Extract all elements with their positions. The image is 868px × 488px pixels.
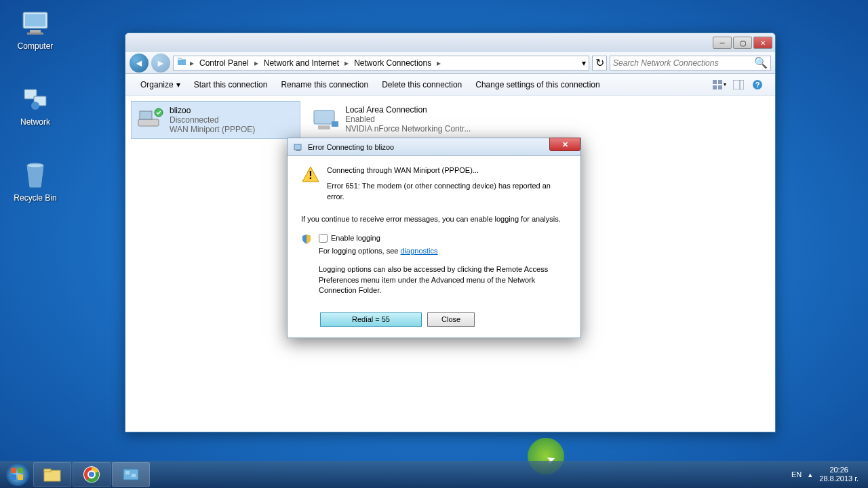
svg-rect-10 — [718, 80, 722, 84]
folder-icon — [176, 56, 187, 69]
svg-rect-13 — [733, 80, 744, 89]
start-connection-button[interactable]: Start this connection — [187, 77, 275, 92]
recycle-bin-icon — [19, 159, 52, 191]
address-bar[interactable]: ▸ Control Panel ▸ Network and Internet ▸… — [173, 56, 589, 70]
logging-options-text: For logging options, see — [319, 247, 400, 255]
connection-status: Enabled — [345, 115, 471, 124]
dialog-titlebar[interactable]: Error Connecting to blizoo ✕ — [288, 138, 580, 156]
svg-rect-37 — [125, 471, 130, 474]
connection-name: Local Area Connection — [345, 105, 471, 115]
svg-rect-28 — [18, 468, 23, 473]
svg-text:!: ! — [309, 169, 312, 181]
svg-point-35 — [88, 471, 95, 478]
taskbar-chrome[interactable] — [73, 462, 111, 487]
show-hidden-icon[interactable]: ▴ — [808, 470, 812, 479]
svg-rect-1 — [25, 14, 45, 26]
desktop-icon-computer[interactable]: Computer — [9, 7, 61, 51]
svg-rect-9 — [713, 80, 717, 84]
breadcrumb-item[interactable]: Network Connections — [351, 57, 434, 69]
svg-rect-22 — [332, 121, 338, 127]
help-button[interactable]: ? — [749, 77, 766, 93]
connection-item-blizoo[interactable]: blizoo Disconnected WAN Miniport (PPPOE) — [131, 101, 300, 139]
chevron-right-icon: ▸ — [254, 58, 258, 68]
breadcrumb-item[interactable]: Network and Internet — [261, 57, 342, 69]
svg-rect-38 — [132, 474, 136, 477]
shield-icon — [301, 234, 312, 245]
svg-rect-32 — [44, 469, 51, 472]
delete-connection-button[interactable]: Delete this connection — [375, 77, 469, 92]
svg-rect-24 — [296, 150, 300, 151]
diagnostics-link[interactable]: diagnostics — [400, 247, 437, 255]
language-indicator[interactable]: EN — [791, 470, 802, 479]
breadcrumb-item[interactable]: Control Panel — [197, 57, 252, 69]
maximize-button[interactable]: ▢ — [733, 37, 752, 49]
chevron-down-icon: ▾ — [176, 80, 180, 89]
forward-button[interactable]: ► — [151, 54, 170, 73]
preview-pane-button[interactable] — [730, 77, 747, 93]
refresh-button[interactable]: ↻ — [592, 56, 607, 70]
toolbar: Organize ▾ Start this connection Rename … — [125, 74, 775, 96]
svg-rect-11 — [713, 85, 717, 89]
svg-rect-29 — [11, 474, 16, 480]
error-dialog: Error Connecting to blizoo ✕ ! Connectin… — [287, 138, 581, 338]
network-small-icon — [293, 142, 304, 152]
dialog-close-button[interactable]: ✕ — [549, 138, 580, 151]
close-button[interactable]: ✕ — [753, 37, 772, 49]
taskbar: EN ▴ 20:26 28.8.2013 г. — [0, 461, 868, 488]
connection-status: Disconnected — [170, 115, 255, 125]
svg-point-6 — [31, 102, 39, 110]
connection-device: WAN Miniport (PPPOE) — [170, 125, 255, 134]
minimize-button[interactable]: ─ — [713, 37, 732, 49]
chevron-right-icon: ▸ — [190, 58, 194, 68]
connection-item-lan[interactable]: Local Area Connection Enabled NVIDIA nFo… — [307, 101, 477, 139]
desktop-icon-recyclebin[interactable]: Recycle Bin — [9, 159, 61, 203]
redial-button[interactable]: Redial = 55 — [320, 312, 422, 327]
svg-rect-12 — [718, 85, 722, 89]
back-button[interactable]: ◄ — [130, 54, 149, 73]
continue-message: If you continue to receive error message… — [301, 214, 567, 224]
logging-note: Logging options can also be accessed by … — [319, 264, 567, 296]
network-icon — [19, 83, 52, 115]
search-box[interactable]: 🔍 — [610, 56, 771, 70]
search-icon[interactable]: 🔍 — [754, 56, 768, 69]
view-options-button[interactable]: ▾ — [711, 77, 728, 93]
svg-text:?: ? — [755, 81, 760, 89]
svg-rect-2 — [30, 30, 41, 33]
desktop-icon-label: Recycle Bin — [9, 193, 61, 203]
chevron-right-icon: ▸ — [437, 58, 441, 68]
dropdown-icon[interactable]: ▾ — [582, 58, 586, 68]
enable-logging-label: Enable logging — [331, 233, 380, 243]
dialup-connection-icon — [136, 106, 164, 134]
svg-rect-27 — [11, 468, 16, 473]
desktop-icon-network[interactable]: Network — [9, 83, 61, 127]
search-input[interactable] — [613, 58, 754, 68]
svg-point-7 — [27, 163, 43, 167]
start-button[interactable] — [3, 462, 33, 487]
svg-rect-8 — [178, 60, 186, 65]
taskbar-clock[interactable]: 20:26 28.8.2013 г. — [819, 466, 859, 483]
organize-menu[interactable]: Organize ▾ — [134, 77, 187, 92]
taskbar-explorer[interactable] — [33, 462, 71, 487]
rename-connection-button[interactable]: Rename this connection — [274, 77, 375, 92]
error-message: Error 651: The modem (or other connectin… — [327, 181, 567, 202]
window-titlebar[interactable]: ─ ▢ ✕ — [125, 33, 775, 52]
warning-icon: ! — [301, 165, 320, 184]
computer-icon — [19, 7, 52, 39]
enable-logging-checkbox[interactable] — [319, 234, 328, 243]
dialog-title-text: Error Connecting to blizoo — [308, 143, 394, 151]
change-settings-button[interactable]: Change settings of this connection — [469, 77, 606, 92]
chevron-right-icon: ▸ — [344, 58, 349, 68]
svg-rect-18 — [140, 111, 152, 119]
svg-rect-20 — [314, 110, 334, 124]
svg-rect-3 — [27, 33, 43, 35]
close-button[interactable]: Close — [427, 312, 475, 327]
connecting-message: Connecting through WAN Miniport (PPPOE).… — [327, 165, 567, 176]
taskbar-network-connections[interactable] — [112, 462, 150, 487]
svg-rect-23 — [294, 144, 301, 150]
svg-rect-21 — [318, 125, 330, 129]
desktop-icon-label: Computer — [9, 41, 61, 51]
svg-point-26 — [6, 463, 29, 486]
nav-bar: ◄ ► ▸ Control Panel ▸ Network and Intern… — [125, 52, 775, 74]
svg-rect-30 — [18, 474, 23, 480]
connection-name: blizoo — [170, 106, 255, 115]
